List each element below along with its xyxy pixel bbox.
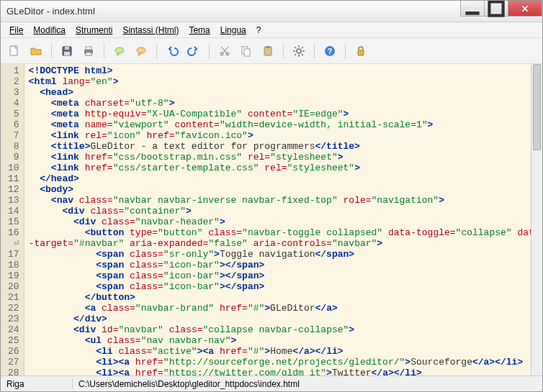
menu-lang[interactable]: Lingua	[216, 24, 251, 37]
svg-line-27	[295, 54, 296, 55]
line-number-gutter: 12345678910111213141516⏎1718192021222324…	[1, 64, 24, 375]
separator	[345, 43, 346, 59]
separator	[209, 43, 210, 59]
svg-point-19	[297, 49, 301, 53]
separator	[104, 43, 104, 59]
editor[interactable]: 12345678910111213141516⏎1718192021222324…	[1, 64, 542, 375]
vertical-scrollbar[interactable]	[531, 64, 542, 375]
svg-rect-4	[10, 46, 17, 55]
settings-button[interactable]	[290, 42, 308, 60]
open-file-button[interactable]	[27, 42, 45, 60]
undo-button[interactable]	[163, 42, 181, 60]
status-file-path: C:\Users\demichelis\Desktop\gleditor_htt…	[73, 379, 542, 389]
svg-rect-16	[244, 49, 250, 56]
comment-button[interactable]	[110, 42, 129, 60]
svg-rect-30	[358, 50, 364, 55]
svg-point-12	[137, 47, 145, 53]
scrollbar-thumb[interactable]	[533, 64, 541, 150]
toolbar: ?	[1, 38, 542, 64]
svg-rect-6	[65, 47, 69, 50]
lock-button[interactable]	[351, 42, 370, 60]
status-riga-label: Riga	[1, 379, 73, 389]
save-button[interactable]	[58, 42, 76, 60]
copy-button[interactable]	[237, 42, 256, 60]
menu-file[interactable]: File	[5, 24, 27, 37]
new-file-button[interactable]	[5, 42, 24, 60]
window-title: GLeDitor - index.html	[6, 6, 461, 17]
menu-theme[interactable]: Tema	[184, 24, 214, 37]
svg-rect-9	[86, 47, 91, 50]
redo-button[interactable]	[184, 42, 203, 60]
code-area[interactable]: <!DOCTYPE html><html lang="en"> <head> <…	[24, 64, 542, 375]
svg-rect-10	[86, 53, 91, 55]
svg-line-26	[302, 47, 303, 48]
menu-help[interactable]: ?	[252, 24, 266, 37]
separator	[314, 43, 315, 59]
maximize-button[interactable]	[484, 1, 508, 17]
uncomment-button[interactable]	[132, 42, 151, 60]
cut-button[interactable]	[215, 42, 234, 60]
svg-point-11	[115, 47, 124, 53]
separator	[283, 43, 284, 59]
help-button[interactable]: ?	[320, 42, 339, 60]
paste-button[interactable]	[259, 42, 277, 60]
minimize-button[interactable]	[460, 1, 485, 17]
svg-rect-18	[266, 46, 269, 48]
menubar: File Modifica Strumenti Sintassi (Html) …	[1, 22, 542, 38]
titlebar: GLeDitor - index.html	[1, 1, 542, 22]
menu-syntax[interactable]: Sintassi (Html)	[118, 24, 183, 37]
svg-rect-7	[64, 52, 70, 55]
menu-edit[interactable]: Modifica	[29, 24, 70, 37]
close-button[interactable]	[508, 1, 542, 17]
separator	[156, 43, 157, 59]
svg-line-24	[295, 47, 296, 48]
print-button[interactable]	[79, 42, 98, 60]
window-buttons	[461, 1, 542, 22]
statusbar: Riga C:\Users\demichelis\Desktop\gledito…	[1, 375, 542, 391]
separator	[51, 43, 52, 59]
svg-rect-1	[489, 1, 503, 15]
svg-line-25	[302, 54, 303, 55]
svg-text:?: ?	[328, 47, 333, 55]
menu-tools[interactable]: Strumenti	[71, 24, 117, 37]
